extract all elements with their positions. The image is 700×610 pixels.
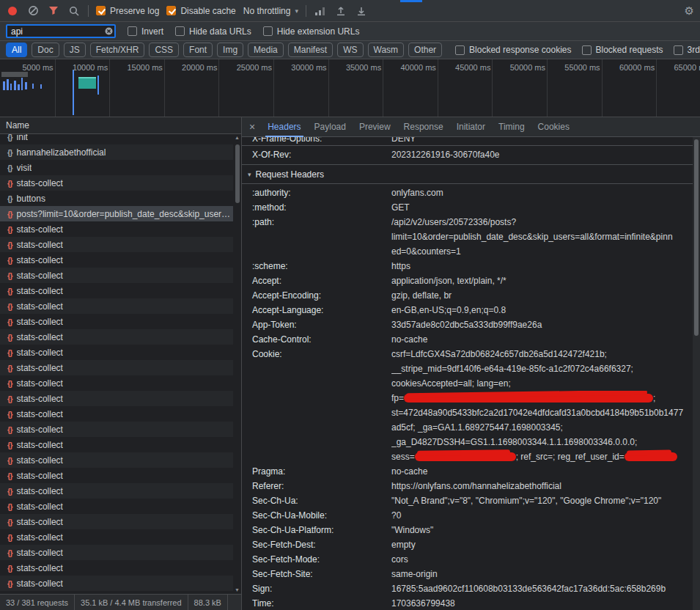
request-row[interactable]: {}stats-collect bbox=[0, 406, 241, 422]
request-row[interactable]: {}stats-collect bbox=[0, 375, 241, 391]
request-row[interactable]: {}stats-collect bbox=[0, 283, 241, 298]
type-filter-all[interactable]: All bbox=[6, 43, 27, 57]
request-row[interactable]: {}stats-collect bbox=[0, 329, 241, 345]
type-filter-manifest[interactable]: Manifest bbox=[288, 43, 333, 57]
request-row[interactable]: {}stats-collect bbox=[0, 422, 241, 437]
settings-gear-icon[interactable]: ⚙ bbox=[685, 4, 694, 18]
requests-scrollbar[interactable]: ▲ ▼ bbox=[233, 134, 241, 594]
filter-checkbox-group: InvertHide data URLsHide extension URLs bbox=[128, 26, 359, 37]
details-scrollbar[interactable] bbox=[693, 137, 700, 610]
request-row[interactable]: {}stats-collect bbox=[0, 576, 241, 591]
header-value-line: fp=; bbox=[391, 391, 690, 405]
name-column-header[interactable]: Name bbox=[0, 117, 241, 134]
close-details-icon[interactable]: × bbox=[248, 121, 261, 133]
request-row[interactable]: {}stats-collect bbox=[0, 175, 241, 191]
header-value: csrf=LdfcGX4Sa72db06824c657db26a5d142472… bbox=[391, 347, 693, 464]
header-value: 16785:5aad9602cf110608b03133de563642fac1… bbox=[391, 581, 693, 596]
type-filter-fetch-xhr[interactable]: Fetch/XHR bbox=[90, 43, 145, 57]
clear-icon[interactable] bbox=[26, 4, 40, 18]
request-row[interactable]: {}stats-collect bbox=[0, 529, 241, 545]
request-row[interactable]: {}stats-collect bbox=[0, 437, 241, 452]
scroll-down-icon[interactable]: ▼ bbox=[233, 587, 241, 594]
request-row[interactable]: {}stats-collect bbox=[0, 298, 241, 314]
request-row[interactable]: {}stats-collect bbox=[0, 560, 241, 576]
scrollbar-thumb[interactable] bbox=[694, 139, 699, 336]
request-row[interactable]: {}stats-collect bbox=[0, 452, 241, 468]
network-toolbar: Preserve log Disable cache No throttling… bbox=[0, 0, 700, 22]
request-row[interactable]: {}stats-collect bbox=[0, 499, 241, 514]
scrollbar-thumb[interactable] bbox=[235, 144, 240, 203]
network-conditions-icon[interactable] bbox=[314, 4, 327, 18]
request-row[interactable]: {}stats-collect bbox=[0, 252, 241, 268]
type-filter-font[interactable]: Font bbox=[183, 43, 213, 57]
request-row[interactable]: {}stats-collect bbox=[0, 237, 241, 252]
type-filter-img[interactable]: Img bbox=[217, 43, 243, 57]
scroll-up-icon[interactable]: ▲ bbox=[233, 134, 241, 142]
request-row[interactable]: {}stats-collect bbox=[0, 468, 241, 483]
request-row[interactable]: {}hannahelizabethofficial bbox=[0, 144, 241, 160]
preserve-log-checkbox[interactable]: Preserve log bbox=[96, 6, 159, 16]
type-filter-other[interactable]: Other bbox=[408, 43, 442, 57]
filter-input[interactable] bbox=[6, 24, 116, 38]
checkbox-hide-extension-urls[interactable]: Hide extension URLs bbox=[263, 26, 360, 37]
search-icon[interactable] bbox=[67, 4, 81, 18]
checkbox-invert[interactable]: Invert bbox=[128, 26, 163, 37]
header-name: X-Frame-Options: bbox=[242, 137, 391, 146]
checkbox-hide-data-urls[interactable]: Hide data URLs bbox=[175, 26, 251, 37]
tab-response[interactable]: Response bbox=[397, 117, 450, 137]
request-row[interactable]: {}stats-collect bbox=[0, 483, 241, 499]
clipped-header-row: X-Frame-Options:DENY bbox=[242, 137, 693, 146]
request-row[interactable]: {}posts?limit=10&order=publish_date_desc… bbox=[0, 206, 241, 221]
disable-cache-checkbox[interactable]: Disable cache bbox=[166, 6, 235, 16]
type-filter-js[interactable]: JS bbox=[64, 43, 86, 57]
timeline-gridline bbox=[492, 59, 493, 117]
header-name: Sec-Ch-Ua-Platform: bbox=[242, 523, 391, 537]
checkbox-label: 3rd-party requests bbox=[688, 45, 700, 55]
type-filter-css[interactable]: CSS bbox=[149, 43, 179, 57]
checkbox-3rd-party-requests[interactable]: 3rd-party requests bbox=[674, 45, 700, 55]
request-row[interactable]: {}stats-collect bbox=[0, 545, 241, 560]
import-har-icon[interactable] bbox=[334, 4, 347, 18]
record-icon[interactable] bbox=[6, 4, 19, 18]
request-row[interactable]: {}buttons bbox=[0, 191, 241, 206]
type-filter-ws[interactable]: WS bbox=[337, 43, 363, 57]
checkbox-blocked-response-cookies[interactable]: Blocked response cookies bbox=[455, 45, 571, 55]
header-name: Accept-Language: bbox=[242, 303, 391, 317]
request-headers-section[interactable]: ▾Request Headers bbox=[242, 165, 693, 184]
json-braces-icon: {} bbox=[7, 394, 12, 403]
json-braces-icon: {} bbox=[7, 287, 12, 295]
tab-headers[interactable]: Headers bbox=[261, 117, 307, 137]
request-row[interactable]: {}init bbox=[0, 134, 241, 144]
tab-initiator[interactable]: Initiator bbox=[450, 117, 492, 137]
request-row[interactable]: {}stats-collect bbox=[0, 360, 241, 375]
tab-cookies[interactable]: Cookies bbox=[531, 117, 576, 137]
timeline-tick-label: 5000 ms bbox=[12, 63, 54, 72]
request-row[interactable]: {}stats-collect bbox=[0, 514, 241, 529]
tab-timing[interactable]: Timing bbox=[492, 117, 531, 137]
header-value: https bbox=[391, 259, 693, 273]
type-filter-wasm[interactable]: Wasm bbox=[368, 43, 405, 57]
request-row[interactable]: {}visit bbox=[0, 160, 241, 175]
timeline-overview[interactable]: 5000 ms10000 ms15000 ms20000 ms25000 ms3… bbox=[0, 59, 700, 117]
request-row[interactable]: {}stats-collect bbox=[0, 221, 241, 237]
request-row[interactable]: {}stats-collect bbox=[0, 391, 241, 406]
type-filter-doc[interactable]: Doc bbox=[32, 43, 59, 57]
throttling-select[interactable]: No throttling ▾ bbox=[243, 6, 298, 16]
tab-preview[interactable]: Preview bbox=[353, 117, 397, 137]
redaction-scribble bbox=[404, 394, 653, 403]
header-name: Pragma: bbox=[242, 464, 391, 479]
header-value-line: /api2/v2/users/20572336/posts? bbox=[391, 215, 690, 229]
checkbox-blocked-requests[interactable]: Blocked requests bbox=[582, 45, 663, 55]
export-har-icon[interactable] bbox=[355, 4, 368, 18]
name-column-label: Name bbox=[6, 120, 29, 131]
filter-icon[interactable] bbox=[47, 4, 60, 18]
request-row[interactable]: {}stats-collect bbox=[0, 314, 241, 329]
type-filter-media[interactable]: Media bbox=[248, 43, 284, 57]
request-name: stats-collect bbox=[17, 455, 63, 466]
request-row[interactable]: {}stats-collect bbox=[0, 345, 241, 360]
clear-filter-icon[interactable] bbox=[105, 27, 113, 35]
request-name: posts?limit=10&order=publish_date_desc&s… bbox=[17, 209, 231, 219]
toolbar-divider bbox=[306, 5, 306, 17]
tab-payload[interactable]: Payload bbox=[308, 117, 353, 137]
request-row[interactable]: {}stats-collect bbox=[0, 268, 241, 283]
